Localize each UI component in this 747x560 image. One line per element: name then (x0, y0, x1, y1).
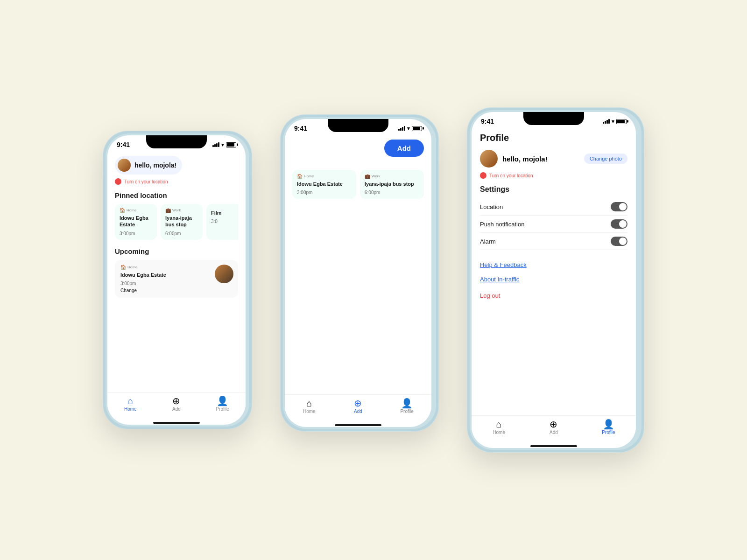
profile-user-row: hello, mojola! Change photo (480, 150, 627, 168)
settings-title: Settings (480, 185, 627, 194)
pinned-title: Pinned location (115, 191, 238, 199)
add-card-work[interactable]: 💼 Work Iyana-ipaja bus stop 6:00pm (360, 170, 424, 199)
add-pinned-cards: 🏠 Home Idowu Egba Estate 3:00pm 💼 Work I… (292, 170, 424, 199)
status-icons-2: ▾ (398, 126, 422, 132)
nav-bar-2: ⌂ Home ⊕ Add 👤 Profile (285, 394, 431, 421)
warning-icon (115, 178, 121, 185)
home-indicator-1 (153, 422, 200, 424)
nav-home-1[interactable]: ⌂ Home (119, 396, 142, 412)
nav-add-label-3: Add (550, 430, 558, 435)
nav-bar-3: ⌂ Home ⊕ Add 👤 Profile (472, 415, 636, 442)
nav-add-label-2: Add (354, 409, 362, 414)
nav-profile-3[interactable]: 👤 Profile (597, 420, 620, 435)
battery-icon (226, 142, 236, 147)
warning-text-3: Turn on your location (489, 173, 533, 178)
profile-avatar (480, 150, 498, 168)
nav-add-3[interactable]: ⊕ Add (542, 420, 565, 435)
card-time-work: 6:00pm (165, 231, 198, 236)
change-link[interactable]: Change (120, 288, 233, 293)
add-icon: ⊕ (172, 396, 180, 406)
card-name-work: Iyana-ipaja bus stop (165, 215, 198, 228)
avatar (118, 159, 131, 172)
scene: 9:41 ▾ (0, 0, 747, 560)
setting-alarm-label: Alarm (480, 238, 496, 245)
nav-home-3[interactable]: ⌂ Home (487, 420, 511, 435)
upcoming-img (215, 265, 233, 283)
card-tag-work: 💼 Work (165, 208, 198, 213)
about-link[interactable]: About In-traffic (480, 272, 627, 287)
nav-add-2[interactable]: ⊕ Add (346, 399, 370, 414)
upcoming-time: 3:00pm (120, 281, 233, 286)
toggle-push[interactable] (611, 219, 627, 229)
home-icon-3: ⌂ (496, 420, 502, 429)
upcoming-item: 🏠 Home Idowu Egba Estate 3:00pm Change (115, 260, 238, 298)
card-time-film: 3:0 (211, 219, 238, 224)
status-time-3: 9:41 (481, 118, 494, 125)
wifi-icon: ▾ (221, 142, 224, 148)
profile-title: Profile (480, 133, 627, 143)
signal-icon (212, 142, 219, 147)
nav-profile-1[interactable]: 👤 Profile (211, 396, 234, 412)
toggle-location[interactable] (611, 202, 627, 211)
warning-text: Turn on your location (124, 179, 168, 184)
notch-1 (146, 135, 207, 148)
location-warning-3: Turn on your location (480, 172, 627, 179)
nav-add-1[interactable]: ⊕ Add (165, 396, 188, 412)
add-card-name-home: Idowu Egba Estate (297, 181, 352, 187)
card-film[interactable]: Film 3:0 (206, 204, 238, 240)
upcoming-title: Upcoming (115, 247, 238, 255)
phone-add: 9:41 ▾ Add (280, 114, 439, 432)
home-body: hello, mojola! Turn on your location Pin… (107, 150, 246, 392)
add-card-home[interactable]: 🏠 Home Idowu Egba Estate 3:00pm (292, 170, 356, 199)
nav-home-label-3: Home (493, 430, 505, 435)
status-icons-3: ▾ (603, 119, 627, 125)
add-body: Add 🏠 Home Idowu Egba Estate 3:00pm 💼 Wo… (285, 134, 431, 394)
setting-location-label: Location (480, 203, 503, 210)
signal-icon-3 (603, 119, 610, 124)
profile-body: Profile hello, mojola! Change photo Turn… (472, 127, 636, 415)
greeting-chip: hello, mojola! (115, 156, 182, 175)
setting-location: Location (480, 198, 627, 216)
profile-icon-3: 👤 (603, 420, 614, 429)
card-home[interactable]: 🏠 Home Idowu Egba Estate 3:00pm (115, 204, 157, 240)
add-card-time-home: 3:00pm (297, 190, 352, 195)
logout-link[interactable]: Log out (480, 288, 627, 303)
nav-profile-2[interactable]: 👤 Profile (395, 399, 419, 414)
card-work[interactable]: 💼 Work Iyana-ipaja bus stop 6:00pm (161, 204, 203, 240)
phone-home: 9:41 ▾ (103, 131, 252, 429)
wifi-icon-2: ▾ (407, 126, 410, 132)
change-photo-button[interactable]: Change photo (584, 154, 627, 164)
profile-name: hello, mojola! (502, 155, 579, 163)
add-button[interactable]: Add (384, 140, 424, 157)
location-warning-1: Turn on your location (115, 178, 238, 185)
card-time-home: 3:00pm (120, 231, 152, 236)
pinned-cards: 🏠 Home Idowu Egba Estate 3:00pm 💼 Work I… (115, 204, 238, 240)
nav-home-2[interactable]: ⌂ Home (297, 399, 321, 414)
status-icons-1: ▾ (212, 142, 236, 148)
home-indicator-2 (335, 424, 381, 426)
links-section: Help & Feedback About In-traffic (480, 258, 627, 287)
setting-alarm: Alarm (480, 233, 627, 250)
battery-icon-2 (412, 126, 422, 131)
nav-profile-label-3: Profile (602, 430, 615, 435)
home-indicator-3 (530, 445, 577, 447)
card-tag-home: 🏠 Home (120, 208, 152, 213)
warning-icon-3 (480, 172, 486, 179)
notch-3 (523, 112, 584, 125)
help-feedback-link[interactable]: Help & Feedback (480, 258, 627, 272)
toggle-alarm[interactable] (611, 237, 627, 246)
profile-icon: 👤 (217, 396, 228, 406)
card-name-film: Film (211, 210, 238, 216)
nav-home-label-1: Home (124, 406, 137, 412)
status-time-2: 9:41 (294, 125, 307, 132)
signal-icon-2 (398, 126, 405, 131)
add-icon-2: ⊕ (354, 399, 362, 408)
phone-profile: 9:41 ▾ Profile (467, 107, 644, 453)
setting-push: Push notification (480, 216, 627, 233)
home-icon: ⌂ (127, 396, 133, 406)
nav-add-label-1: Add (172, 406, 181, 412)
notch-2 (328, 119, 388, 132)
add-card-tag-work: 💼 Work (365, 174, 419, 179)
nav-profile-label-1: Profile (216, 406, 229, 412)
home-icon-2: ⌂ (306, 399, 312, 408)
